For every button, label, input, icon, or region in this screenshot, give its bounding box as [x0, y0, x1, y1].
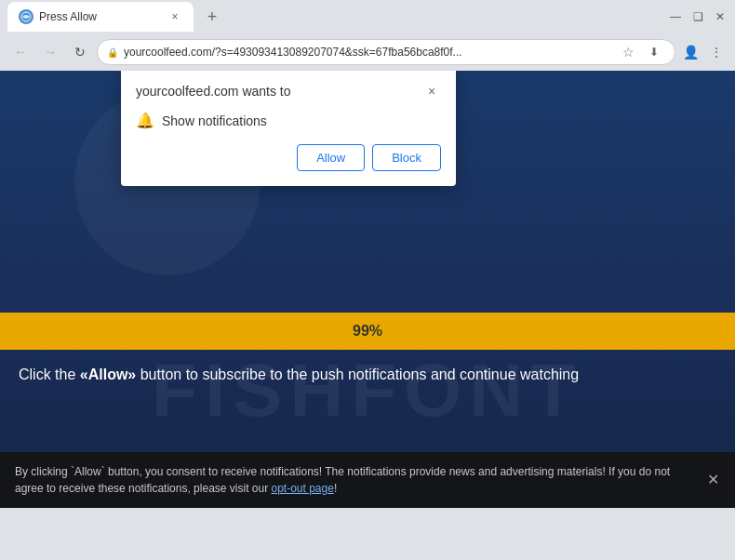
title-bar: Press Allow × + — ❑ ✕ [0, 0, 735, 33]
notification-label-text: Show notifications [162, 113, 267, 128]
opt-out-link[interactable]: opt-out page [271, 482, 333, 495]
minimize-button[interactable]: — [668, 9, 683, 24]
active-tab[interactable]: Press Allow × [7, 2, 194, 32]
forward-button[interactable]: → [37, 39, 63, 65]
allow-button[interactable]: Allow [297, 144, 365, 171]
instruction-text: Click the «Allow» button to subscribe to… [0, 350, 735, 400]
tab-area: Press Allow × + [7, 2, 225, 32]
progress-percent-text: 99% [353, 323, 382, 340]
instruction-label: Click the «Allow» button to subscribe to… [19, 367, 579, 382]
block-button[interactable]: Block [372, 144, 441, 171]
refresh-button[interactable]: ↻ [67, 39, 93, 65]
popup-header: yourcoolfeed.com wants to × [136, 82, 441, 100]
maximize-button[interactable]: ❑ [690, 9, 705, 24]
tab-favicon [19, 9, 33, 24]
bottom-consent-bar: By clicking `Allow` button, you consent … [0, 452, 735, 508]
browser-content: yourcoolfeed.com wants to × 🔔 Show notif… [0, 71, 735, 508]
popup-close-button[interactable]: × [422, 82, 441, 100]
notification-popup: yourcoolfeed.com wants to × 🔔 Show notif… [121, 71, 456, 186]
new-tab-button[interactable]: + [199, 4, 225, 30]
allow-highlight: «Allow» [80, 367, 136, 382]
popup-title-text: yourcoolfeed.com wants to [136, 84, 291, 99]
bell-icon: 🔔 [136, 112, 154, 129]
tab-close-btn[interactable]: × [167, 9, 182, 24]
consent-text: By clicking `Allow` button, you consent … [15, 465, 670, 495]
bottom-bar-close-button[interactable]: ✕ [702, 469, 724, 491]
bookmark-icon[interactable]: ☆ [617, 41, 639, 63]
tab-title-text: Press Allow [39, 10, 162, 23]
popup-buttons: Allow Block [136, 144, 441, 171]
download-icon: ⬇ [643, 41, 665, 63]
address-input-bar[interactable]: 🔒 yourcoolfeed.com/?s=493093413089207074… [97, 39, 675, 65]
window-controls: — ❑ ✕ [668, 9, 728, 24]
close-window-button[interactable]: ✕ [713, 9, 728, 24]
address-action-icons: ☆ ⬇ [617, 41, 665, 63]
progress-bar: 99% [0, 313, 735, 350]
url-text: yourcoolfeed.com/?s=493093413089207074&s… [124, 46, 611, 59]
lock-icon: 🔒 [107, 47, 118, 58]
back-button[interactable]: ← [7, 39, 33, 65]
consent-text-end: ! [334, 482, 337, 495]
menu-button[interactable]: ⋮ [705, 41, 728, 63]
address-bar: ← → ↻ 🔒 yourcoolfeed.com/?s=493093413089… [0, 33, 735, 71]
popup-notification-row: 🔔 Show notifications [136, 112, 441, 129]
profile-button[interactable]: 👤 [679, 41, 702, 63]
